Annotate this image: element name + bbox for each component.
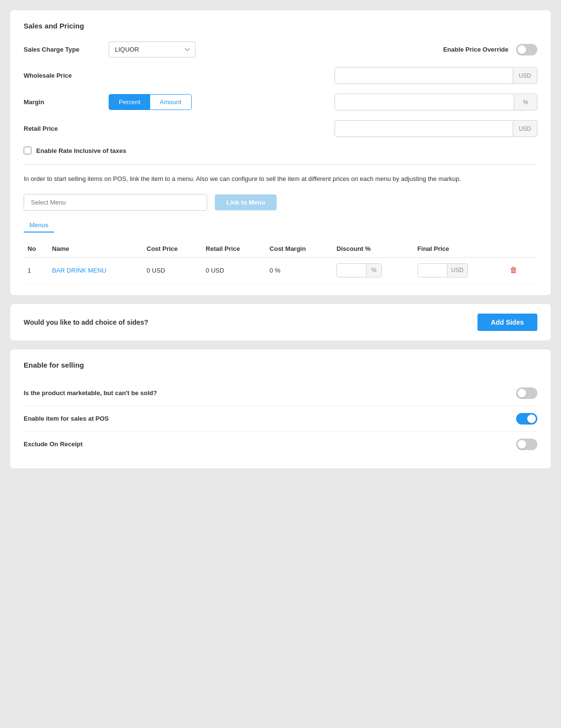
row-delete: 🗑 [502,257,537,283]
discount-input[interactable]: 0.00 [337,264,366,277]
wholesale-price-suffix: USD [513,68,537,83]
add-sides-card: Would you like to add choice of sides? A… [10,303,551,341]
charge-type-row: Sales Charge Type LIQUOR BEER WINE SPIRI… [24,41,537,57]
final-price-input[interactable]: 0.00 [418,264,447,277]
retail-price-row: Retail Price 0 USD [24,120,537,137]
sides-text: Would you like to add choice of sides? [24,318,148,326]
col-final-price: Final Price [414,240,502,258]
exclude-receipt-label: Exclude On Receipt [24,440,83,448]
pos-sales-toggle[interactable] [516,413,537,425]
row-name: BAR DRINK MENU [48,257,143,283]
pos-sales-label: Enable item for sales at POS [24,415,109,422]
info-text: In order to start selling items on POS, … [24,174,537,184]
row-name-link[interactable]: BAR DRINK MENU [52,267,107,274]
final-price-input-group: 0.00 USD [418,263,498,277]
rate-inclusive-row: Enable Rate Inclusive of taxes [24,147,537,154]
pos-sales-slider [516,413,537,425]
rate-inclusive-checkbox[interactable] [24,147,31,154]
margin-input-group: 0 % [335,94,537,110]
retail-price-label: Retail Price [24,125,101,132]
retail-price-input[interactable]: 0 [335,121,513,137]
retail-price-input-group: 0 USD [335,120,537,137]
wholesale-price-label: Wholesale Price [24,72,101,79]
margin-suffix: % [514,95,537,110]
discount-input-group: 0.00 % [337,263,410,277]
col-no: No [24,240,48,258]
select-menu-input[interactable] [24,194,207,211]
price-override-group: Enable Price Override [443,44,537,55]
price-override-slider [516,44,537,55]
margin-amount-btn[interactable]: Amount [150,95,191,110]
menu-search-row: Link to Menu [24,194,537,211]
menus-tab[interactable]: Menus [24,219,54,233]
divider [24,164,537,165]
row-no: 1 [24,257,48,283]
wholesale-price-input-group: 0 USD [335,67,537,84]
wholesale-price-row: Wholesale Price 0 USD [24,67,537,84]
discount-suffix: % [366,264,381,276]
price-override-toggle[interactable] [516,44,537,55]
col-retail-price: Retail Price [202,240,266,258]
menus-table: No Name Cost Price Retail Price Cost Mar… [24,240,537,284]
final-price-suffix: USD [447,264,467,276]
margin-input[interactable]: 0 [335,94,514,110]
col-name: Name [48,240,143,258]
margin-row: Margin Percent Amount 0 % [24,94,537,110]
charge-type-select[interactable]: LIQUOR BEER WINE SPIRITS [109,41,196,57]
enable-selling-title: Enable for selling [24,361,537,369]
marketable-slider [516,387,537,399]
margin-percent-btn[interactable]: Percent [109,95,150,110]
exclude-receipt-slider [516,439,537,450]
col-actions [502,240,537,258]
pos-sales-row: Enable item for sales at POS [24,406,537,432]
row-cost-margin: 0 % [266,257,333,283]
retail-price-suffix: USD [513,121,537,137]
link-to-menu-btn[interactable]: Link to Menu [215,194,277,210]
table-row: 1 BAR DRINK MENU 0 USD 0 USD 0 % 0.00 % [24,257,537,283]
charge-type-label: Sales Charge Type [24,46,101,53]
exclude-receipt-row: Exclude On Receipt [24,432,537,457]
row-final-price: 0.00 USD [414,257,502,283]
row-retail-price: 0 USD [202,257,266,283]
marketable-row: Is the product marketable, but can't be … [24,381,537,406]
final-price-input-wrapper: 0.00 USD [418,263,468,277]
discount-input-wrapper: 0.00 % [337,263,382,277]
price-override-label: Enable Price Override [443,46,508,53]
col-discount-pct: Discount % [333,240,414,258]
marketable-toggle[interactable] [516,387,537,399]
enable-selling-card: Enable for selling Is the product market… [10,349,551,469]
margin-label: Margin [24,98,101,106]
col-cost-margin: Cost Margin [266,240,333,258]
marketable-label: Is the product marketable, but can't be … [24,389,157,397]
row-cost-price: 0 USD [143,257,202,283]
sales-pricing-title: Sales and Pricing [24,22,537,30]
margin-toggle-group: Percent Amount [109,94,192,110]
sales-pricing-card: Sales and Pricing Sales Charge Type LIQU… [10,10,551,296]
add-sides-btn[interactable]: Add Sides [477,314,537,331]
col-cost-price: Cost Price [143,240,202,258]
delete-row-btn[interactable]: 🗑 [506,264,521,276]
table-header-row: No Name Cost Price Retail Price Cost Mar… [24,240,537,258]
wholesale-price-input[interactable]: 0 [335,68,513,83]
row-discount: 0.00 % [333,257,414,283]
exclude-receipt-toggle[interactable] [516,439,537,450]
rate-inclusive-label[interactable]: Enable Rate Inclusive of taxes [36,147,126,154]
